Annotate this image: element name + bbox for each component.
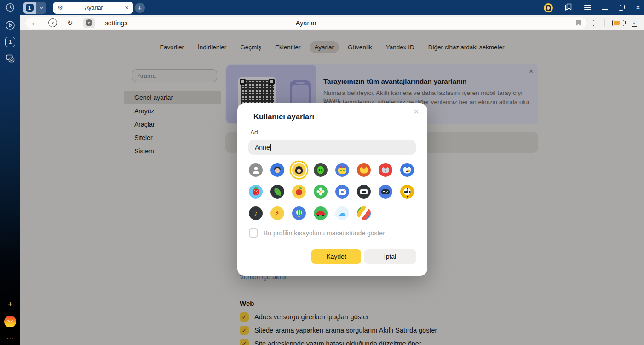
- tabs-count-badge: 1: [5, 37, 15, 47]
- dialog-title: Kullanıcı ayarları: [253, 112, 314, 121]
- avatar-flower-icon: [319, 190, 322, 193]
- tab-title: Ayarlar: [63, 5, 125, 11]
- avatar-cassette-icon: [360, 189, 368, 194]
- favicon-letter: Y: [86, 19, 92, 26]
- avatar-fox[interactable]: [357, 163, 371, 177]
- avatar-dog[interactable]: [400, 163, 414, 177]
- site-favicon: Y: [83, 18, 95, 28]
- avatar-alien[interactable]: [314, 163, 328, 177]
- avatar-fox-icon: [360, 167, 368, 174]
- avatar-strawberry-icon: [253, 189, 259, 195]
- avatar-cassette[interactable]: [357, 185, 371, 199]
- desktop-shortcut-checkbox[interactable]: [249, 228, 258, 238]
- avatar-weather-glyph: ☁: [339, 210, 346, 217]
- avatar-apple-icon: [296, 189, 302, 195]
- gear-icon: ⚙: [58, 5, 63, 11]
- download-icon[interactable]: ↓: [632, 19, 637, 26]
- avatar-person[interactable]: [249, 163, 263, 177]
- minimize-icon[interactable]: [602, 9, 608, 10]
- kebab-menu-icon[interactable]: ⋮: [590, 19, 597, 27]
- history-icon[interactable]: [0, 2, 20, 12]
- bookmarks-icon[interactable]: [564, 2, 573, 13]
- toolbar: ← Y ↻ Y settings Ayarlar ⋮ ↓: [20, 15, 644, 30]
- avatar-camera-icon: [339, 189, 346, 195]
- sidebar-more-icon[interactable]: ⋯: [0, 334, 20, 343]
- dialog-close-icon[interactable]: ×: [412, 107, 421, 116]
- text-caret: [270, 144, 271, 151]
- url-text[interactable]: settings: [105, 19, 128, 27]
- avatar-alien-icon: [317, 166, 324, 174]
- restore-window-icon[interactable]: [619, 5, 625, 11]
- avatar-lightning[interactable]: ⚡: [270, 206, 284, 220]
- avatar-gamepad-icon: [381, 189, 390, 194]
- avatar-colorful-icon: [357, 206, 371, 220]
- name-input-value: Anne: [255, 144, 270, 151]
- sidebar-divider: [6, 332, 15, 332]
- name-input[interactable]: Anne: [248, 140, 416, 155]
- play-media-icon[interactable]: [0, 20, 20, 31]
- tab-close-icon[interactable]: ×: [125, 4, 129, 11]
- yandex-button-icon[interactable]: Y: [48, 18, 57, 27]
- avatar-robot-icon: [338, 168, 346, 174]
- avatar-camera[interactable]: [335, 185, 349, 199]
- avatar-music[interactable]: ♪: [249, 206, 263, 220]
- avatar-apple[interactable]: [292, 185, 306, 199]
- desktop-shortcut-row: Bu profilin kısayolunu masaüstünde göste…: [249, 228, 385, 238]
- avatar-man-icon: [274, 167, 281, 174]
- tab-group-chip[interactable]: 1: [23, 2, 46, 14]
- save-button[interactable]: Kaydet: [311, 249, 361, 264]
- tabs-count-icon[interactable]: 1: [0, 37, 20, 47]
- avatar-gamepad[interactable]: [379, 185, 392, 199]
- avatar-woman-icon: [295, 166, 303, 174]
- reload-icon[interactable]: ↻: [67, 19, 73, 26]
- menu-icon[interactable]: [584, 5, 591, 10]
- chevron-down-icon[interactable]: [36, 2, 46, 14]
- browser-side-panel: 1 + ⋯: [0, 0, 20, 345]
- address-bar[interactable]: ← Y ↻ Y settings Ayarlar: [25, 17, 587, 29]
- avatar-colorful[interactable]: [357, 206, 371, 220]
- avatar-cat-icon: [382, 167, 389, 173]
- avatar-lightning-glyph: ⚡: [275, 210, 280, 217]
- yandex-mail-icon[interactable]: [0, 316, 20, 327]
- tab-bar: 1 ⚙ Ayarlar × + ×: [20, 0, 644, 15]
- avatar-leaf[interactable]: [270, 185, 284, 199]
- browser-window: 1 + ⋯ 1 ⚙ Ayarlar × + ×: [0, 0, 644, 345]
- avatar-grid: ♪⚡☁: [249, 163, 417, 220]
- avatar-balloon[interactable]: [292, 206, 306, 220]
- back-icon[interactable]: ←: [31, 19, 38, 27]
- avatar-man[interactable]: [270, 163, 284, 177]
- close-window-icon[interactable]: ×: [636, 4, 640, 12]
- profile-avatar[interactable]: [544, 3, 553, 12]
- avatar-woman[interactable]: [292, 163, 306, 177]
- avatar-dog-icon: [403, 167, 411, 174]
- avatar-flower[interactable]: [314, 185, 328, 199]
- avatar-person-icon: [252, 166, 260, 174]
- sidebar-add-icon[interactable]: +: [0, 299, 20, 310]
- avatar-car[interactable]: [314, 206, 328, 220]
- tab-group-badge: 1: [23, 2, 36, 14]
- avatar-football[interactable]: [400, 185, 414, 199]
- user-settings-dialog: Kullanıcı ayarları × Ad Anne ♪⚡☁ Bu prof…: [237, 103, 427, 276]
- avatar-strawberry[interactable]: [249, 185, 263, 199]
- avatar-music-glyph: ♪: [254, 210, 258, 217]
- desktop-shortcut-label: Bu profilin kısayolunu masaüstünde göste…: [264, 229, 385, 237]
- avatar-car-icon: [316, 211, 325, 216]
- avatar-cat[interactable]: [379, 163, 392, 177]
- toolbar-divider: [604, 19, 605, 27]
- avatar-leaf-icon: [274, 188, 282, 196]
- active-tab[interactable]: ⚙ Ayarlar ×: [53, 2, 133, 14]
- avatar-football-icon: [403, 188, 411, 195]
- bookmark-flag-icon[interactable]: [575, 19, 581, 28]
- new-tab-button[interactable]: +: [135, 3, 145, 13]
- avatar-robot[interactable]: [335, 163, 349, 177]
- cancel-button[interactable]: İptal: [364, 249, 416, 264]
- avatar-balloon-icon: [296, 210, 302, 217]
- name-field-label: Ad: [250, 129, 258, 136]
- screenshot-icon[interactable]: [0, 53, 20, 64]
- avatar-weather[interactable]: ☁: [335, 206, 349, 220]
- tab-group-count: 1: [26, 4, 34, 12]
- battery-icon[interactable]: [612, 20, 624, 26]
